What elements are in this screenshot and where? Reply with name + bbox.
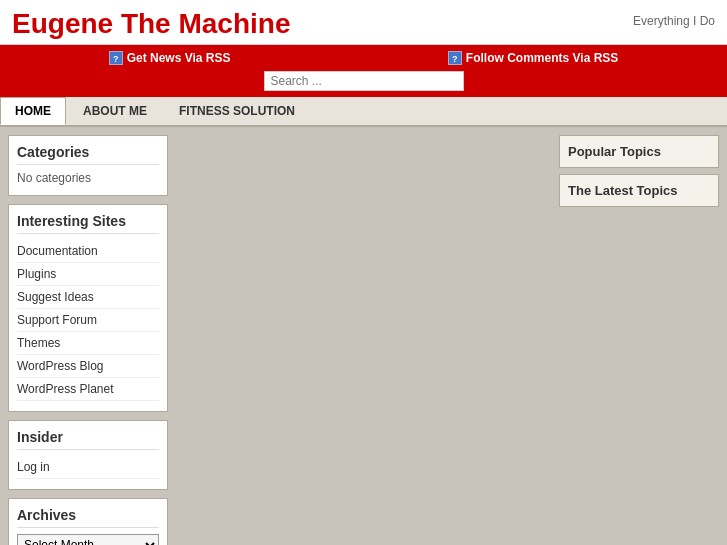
archives-select[interactable]: Select Month [17,534,159,545]
interesting-sites-heading: Interesting Sites [17,213,159,234]
list-item: Log in [17,456,159,479]
no-categories-text: No categories [17,171,159,185]
latest-topics-heading: The Latest Topics [568,183,710,198]
archives-section: Archives Select Month [8,498,168,545]
get-news-label: Get News Via RSS [127,51,231,65]
site-title[interactable]: Eugene The Machine [12,8,291,40]
list-item: Themes [17,332,159,355]
tagline: Everything I Do [633,14,715,28]
themes-link[interactable]: Themes [17,336,60,350]
rss-news-icon: ? [109,51,123,65]
list-item: Suggest Ideas [17,286,159,309]
archives-heading: Archives [17,507,159,528]
rss-links-row: ? Get News Via RSS ? Follow Comments Via… [0,51,727,65]
interesting-sites-section: Interesting Sites Documentation Plugins … [8,204,168,412]
left-sidebar: Categories No categories Interesting Sit… [8,135,168,545]
wordpress-planet-link[interactable]: WordPress Planet [17,382,114,396]
insider-list: Log in [17,456,159,479]
popular-topics-heading: Popular Topics [568,144,710,159]
list-item: WordPress Blog [17,355,159,378]
documentation-link[interactable]: Documentation [17,244,98,258]
list-item: Documentation [17,240,159,263]
follow-comments-label: Follow Comments Via RSS [466,51,618,65]
latest-topics-section: The Latest Topics [559,174,719,207]
nav-home[interactable]: HOME [0,97,66,125]
list-item: Support Forum [17,309,159,332]
rss-bar: ? Get News Via RSS ? Follow Comments Via… [0,45,727,97]
rss-comments-icon: ? [448,51,462,65]
search-bar [0,71,727,91]
log-in-link[interactable]: Log in [17,460,50,474]
list-item: WordPress Planet [17,378,159,401]
plugins-link[interactable]: Plugins [17,267,56,281]
wordpress-blog-link[interactable]: WordPress Blog [17,359,103,373]
suggest-ideas-link[interactable]: Suggest Ideas [17,290,94,304]
search-input[interactable] [264,71,464,91]
insider-section: Insider Log in [8,420,168,490]
insider-heading: Insider [17,429,159,450]
main-content: Categories No categories Interesting Sit… [0,127,727,545]
content-area [176,135,551,545]
categories-section: Categories No categories [8,135,168,196]
site-header: Eugene The Machine Everything I Do [0,0,727,45]
interesting-sites-list: Documentation Plugins Suggest Ideas Supp… [17,240,159,401]
get-news-rss[interactable]: ? Get News Via RSS [109,51,231,65]
main-nav: HOME ABOUT ME FITNESS SOLUTION [0,97,727,127]
list-item: Plugins [17,263,159,286]
nav-about-me[interactable]: ABOUT ME [68,97,162,125]
categories-heading: Categories [17,144,159,165]
nav-fitness-solution[interactable]: FITNESS SOLUTION [164,97,310,125]
right-sidebar: Popular Topics The Latest Topics [559,135,719,545]
popular-topics-section: Popular Topics [559,135,719,168]
follow-comments-rss[interactable]: ? Follow Comments Via RSS [448,51,618,65]
support-forum-link[interactable]: Support Forum [17,313,97,327]
